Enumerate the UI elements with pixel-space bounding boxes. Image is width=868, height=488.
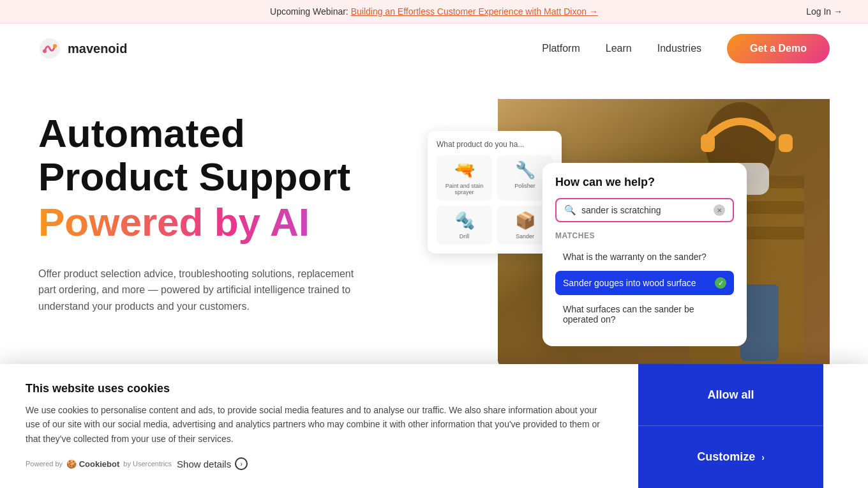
navbar-links: Platform Learn Industries Get a Demo [542,34,830,63]
product-emoji-3: 📦 [502,211,548,231]
product-panel-question: What product do you ha... [437,140,553,149]
powered-by-label: Powered by [26,460,63,468]
nav-platform[interactable]: Platform [542,43,580,54]
top-banner: Upcoming Webinar: Building an Effortless… [0,0,868,24]
logo-icon [38,37,61,60]
check-icon: ✓ [715,277,726,289]
hero-title-gradient: Powered by AI [38,199,415,246]
product-name-3: Sander [502,233,548,240]
matches-label: Matches [555,231,734,240]
chat-title: How can we help? [555,176,734,189]
chevron-right-icon: › [235,457,248,470]
cookiebot-sub: by Usercentrics [123,460,172,468]
show-details-label: Show details [177,459,231,469]
hero-title-line1: Automated [38,111,245,155]
hero-right: What product do you ha... 🔫 Paint and st… [415,99,830,393]
match-item-2[interactable]: What surfaces can the sander be operated… [555,298,734,331]
hero-title-line2: Product Support [38,155,350,199]
product-emoji-0: 🔫 [442,160,487,180]
match-item-0[interactable]: What is the warranty on the sander? [555,245,734,268]
allow-all-button[interactable]: Allow all [638,364,823,426]
get-demo-button[interactable]: Get a Demo [727,34,830,63]
banner-prefix: Upcoming Webinar: [270,6,348,17]
product-item-0: 🔫 Paint and stain sprayer [437,155,492,201]
navbar: mavenoid Platform Learn Industries Get a… [0,24,868,73]
product-emoji-1: 🔧 [502,160,548,180]
svg-point-1 [43,49,47,53]
product-item-2: 🔩 Drill [437,206,492,245]
hero-section: Automated Product Support Powered by AI … [0,73,868,393]
product-emoji-2: 🔩 [442,211,487,231]
search-clear-button[interactable]: ✕ [714,204,725,216]
product-cards-panel: What product do you ha... 🔫 Paint and st… [428,131,562,254]
product-name-0: Paint and stain sprayer [442,183,487,195]
banner-link[interactable]: Building an Effortless Customer Experien… [351,6,598,17]
cookie-banner: This website uses cookies We use cookies… [0,364,868,488]
cookiebot-logo: 🍪 Cookiebot [66,459,119,469]
cookie-text: We use cookies to personalise content an… [26,403,613,446]
cookie-action-buttons: Allow all Customize › [638,364,823,488]
nav-learn[interactable]: Learn [606,43,632,54]
product-name-1: Polisher [502,183,548,189]
logo-text: mavenoid [68,42,127,56]
match-item-1[interactable]: Sander gouges into wood surface ✓ [555,271,734,295]
nav-industries[interactable]: Industries [657,43,701,54]
customize-chevron-icon: › [761,452,765,462]
cookie-content: This website uses cookies We use cookies… [0,364,638,488]
hero-description: Offer product selection advice, troubles… [38,266,357,315]
logo[interactable]: mavenoid [38,37,127,60]
cookiebot-badge: Powered by 🍪 Cookiebot by Usercentrics [26,459,172,469]
customize-label: Customize [697,450,755,464]
search-bar[interactable]: 🔍 sander is scratching ✕ [555,198,734,222]
svg-rect-5 [701,134,715,152]
hero-title: Automated Product Support [38,112,415,199]
show-details-button[interactable]: Show details › [177,457,248,470]
cookie-title: This website uses cookies [26,382,613,395]
customize-button[interactable]: Customize › [638,425,823,488]
hero-left: Automated Product Support Powered by AI … [38,99,415,393]
product-name-2: Drill [442,233,487,240]
search-icon: 🔍 [564,204,576,216]
cookie-footer: Powered by 🍪 Cookiebot by Usercentrics S… [26,457,613,470]
search-input-value: sander is scratching [581,205,708,215]
chat-widget: How can we help? 🔍 sander is scratching … [542,163,747,346]
svg-point-2 [53,44,57,48]
svg-rect-6 [779,134,793,152]
login-link[interactable]: Log In → [806,6,842,17]
